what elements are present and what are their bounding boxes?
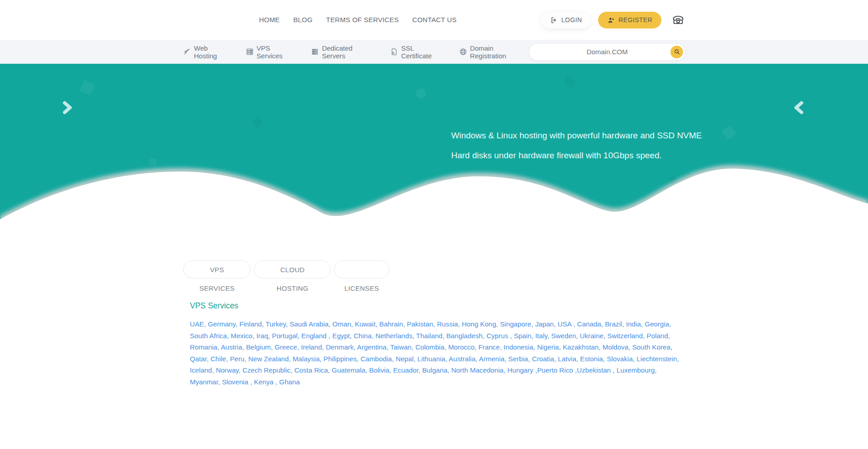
country-link[interactable]: Costa Rica [294, 366, 328, 374]
nav-dedicated-servers[interactable]: Dedicated Servers [311, 44, 376, 60]
country-link[interactable]: Lithuania [417, 355, 445, 363]
country-link[interactable]: Canada [577, 320, 601, 328]
nav-ssl-certificate[interactable]: SSL Certificate [390, 44, 444, 60]
country-link[interactable]: Bulgaria [422, 366, 448, 374]
country-link[interactable]: India [626, 320, 641, 328]
country-link[interactable]: Switzerland [607, 332, 643, 340]
country-link[interactable]: Iraq [256, 332, 268, 340]
tab-cloud-hosting[interactable]: CLOUD HOSTING [254, 260, 331, 292]
country-link[interactable]: Poland [646, 332, 668, 340]
country-link[interactable]: Thailand [416, 332, 443, 340]
country-link[interactable]: Georgia [645, 320, 669, 328]
country-link[interactable]: Russia [437, 320, 458, 328]
country-link[interactable]: Nigeria [537, 343, 559, 351]
country-link[interactable]: Oman [332, 320, 351, 328]
country-link[interactable]: Sweden [551, 332, 576, 340]
country-link[interactable]: South Africa [190, 332, 227, 340]
country-link[interactable]: Hong Kong [462, 320, 496, 328]
country-link[interactable]: Cyprus [486, 332, 508, 340]
register-button[interactable]: REGISTER [598, 12, 661, 28]
nav-home[interactable]: HOME [259, 16, 280, 24]
country-link[interactable]: Finland [239, 320, 262, 328]
country-link[interactable]: Turkey [265, 320, 286, 328]
country-link[interactable]: Philippines [324, 355, 357, 363]
carousel-next-button[interactable] [790, 98, 807, 118]
nav-blog[interactable]: BLOG [293, 16, 312, 24]
country-link[interactable]: Kazakhstan [563, 343, 599, 351]
nav-terms-of-services[interactable]: TERMS OF SERVICES [326, 16, 399, 24]
country-link[interactable]: Romania [190, 343, 217, 351]
country-link[interactable]: Kuwait [355, 320, 376, 328]
country-link[interactable]: New Zealand [248, 355, 289, 363]
country-link[interactable]: Brazil [605, 320, 622, 328]
country-link[interactable]: Iceland [190, 366, 212, 374]
country-link[interactable]: Uzbekistan [577, 366, 611, 374]
country-link[interactable]: Argentina [357, 343, 387, 351]
nav-web-hosting[interactable]: Web Hosting [183, 44, 231, 60]
country-link[interactable]: Armenia [479, 355, 505, 363]
country-link[interactable]: Bolivia [369, 366, 390, 374]
country-link[interactable]: Puerto Rico [537, 366, 573, 374]
country-link[interactable]: Bangladesh [446, 332, 482, 340]
country-link[interactable]: Saudi Arabia [290, 320, 329, 328]
nav-contact-us[interactable]: CONTACT US [412, 16, 457, 24]
country-link[interactable]: Singapore [500, 320, 531, 328]
country-link[interactable]: Luxembourg [617, 366, 655, 374]
country-link[interactable]: Portugal [272, 332, 298, 340]
search-button[interactable] [670, 46, 683, 58]
login-button[interactable]: LOGIN [541, 12, 591, 28]
country-link[interactable]: Myanmar [190, 378, 218, 386]
country-link[interactable]: Indonesia [504, 343, 533, 351]
country-link[interactable]: England [302, 332, 327, 340]
country-link[interactable]: Serbia [508, 355, 528, 363]
country-link[interactable]: Croatia [532, 355, 554, 363]
country-link[interactable]: Kenya [254, 378, 274, 386]
country-link[interactable]: Estonia [580, 355, 603, 363]
country-link[interactable]: Denmark [326, 343, 354, 351]
country-link[interactable]: Czech Republic [242, 366, 290, 374]
country-link[interactable]: Hungary [507, 366, 533, 374]
country-link[interactable]: Liechtenstein [637, 355, 677, 363]
tab-vps-services[interactable]: VPS SERVICES [183, 260, 251, 292]
country-link[interactable]: Belgium [246, 343, 271, 351]
tab-licenses[interactable]: LICENSES [334, 260, 389, 292]
country-link[interactable]: Japan [535, 320, 554, 328]
country-link[interactable]: UAE [190, 320, 204, 328]
country-link[interactable]: Ecuador [393, 366, 419, 374]
country-link[interactable]: Latvia [558, 355, 576, 363]
country-link[interactable]: Taiwan [390, 343, 411, 351]
country-link[interactable]: Ukraine [580, 332, 604, 340]
domain-search-input[interactable] [529, 44, 685, 60]
country-link[interactable]: Moldova [603, 343, 628, 351]
country-link[interactable]: Malaysia [292, 355, 320, 363]
country-link[interactable]: Ireland [301, 343, 322, 351]
country-link[interactable]: China [354, 332, 372, 340]
country-link[interactable]: North Macedonia [451, 366, 504, 374]
country-link[interactable]: Ghana [279, 378, 300, 386]
country-link[interactable]: Slovenia [222, 378, 248, 386]
nav-domain-registration[interactable]: Domain Registration [459, 44, 530, 60]
country-link[interactable]: Morocco [448, 343, 474, 351]
country-link[interactable]: Qatar [190, 355, 207, 363]
country-link[interactable]: Germany [208, 320, 236, 328]
country-link[interactable]: Nepal [396, 355, 414, 363]
country-link[interactable]: Spain [514, 332, 532, 340]
country-link[interactable]: Netherlands [375, 332, 412, 340]
country-link[interactable]: Guatemala [332, 366, 365, 374]
country-link[interactable]: Bahrain [379, 320, 403, 328]
country-link[interactable]: Egypt [332, 332, 350, 340]
telephone-icon[interactable] [671, 13, 685, 27]
country-link[interactable]: Chile [211, 355, 226, 363]
nav-vps-services[interactable]: VPS Services [246, 44, 297, 60]
country-link[interactable]: Mexico [231, 332, 252, 340]
country-link[interactable]: Australia [449, 355, 476, 363]
country-link[interactable]: Austria [221, 343, 242, 351]
country-link[interactable]: Peru [230, 355, 245, 363]
country-link[interactable]: Colombia [415, 343, 444, 351]
country-link[interactable]: Norway [216, 366, 238, 374]
country-link[interactable]: Pakistan [407, 320, 433, 328]
carousel-prev-button[interactable] [59, 98, 76, 118]
country-link[interactable]: Greece [274, 343, 297, 351]
country-link[interactable]: USA [558, 320, 571, 328]
country-link[interactable]: France [478, 343, 500, 351]
